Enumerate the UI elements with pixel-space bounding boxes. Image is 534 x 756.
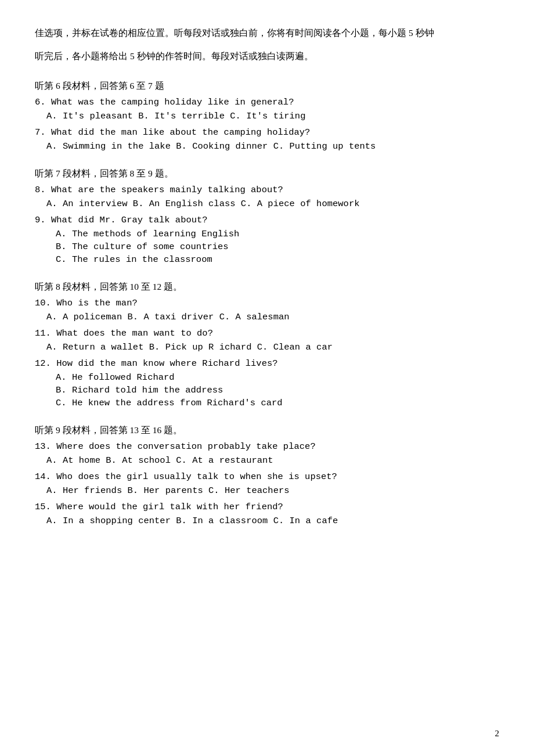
answer-inline-3-1: A. Her friends B. Her parents C. Her tea… — [35, 485, 499, 496]
answer-list-1-1-2: C. The rules in the classroom — [35, 254, 499, 265]
question-text-0-0: 6. What was the camping holiday like in … — [35, 97, 499, 107]
intro-line1: 佳选项，并标在试卷的相应位置。听每段对话或独白前，你将有时间阅读各个小题，每小题… — [35, 23, 499, 43]
question-text-2-0: 10. Who is the man? — [35, 298, 499, 308]
question-text-1-1: 9. What did Mr. Gray talk about? — [35, 215, 499, 225]
question-block-2-0: 10. Who is the man?A. A policeman B. A t… — [35, 298, 499, 322]
answer-list-2-2-1: B. Richard told him the address — [35, 385, 499, 395]
question-text-1-0: 8. What are the speakers mainly talking … — [35, 185, 499, 195]
page-number: 2 — [495, 729, 500, 739]
question-block-1-1: 9. What did Mr. Gray talk about?A. The m… — [35, 215, 499, 265]
answer-inline-0-0: A. It's pleasant B. It's terrible C. It'… — [35, 111, 499, 121]
answer-list-1-1-0: A. The methods of learning English — [35, 229, 499, 239]
question-text-3-0: 13. Where does the conversation probably… — [35, 441, 499, 452]
question-block-0-0: 6. What was the camping holiday like in … — [35, 97, 499, 121]
answer-inline-2-1: A. Return a wallet B. Pick up R ichard C… — [35, 342, 499, 352]
question-text-0-1: 7. What did the man like about the campi… — [35, 127, 499, 138]
section-header-3: 听第 9 段材料，回答第 13 至 16 题。 — [35, 424, 499, 437]
section-header-0: 听第 6 段材料，回答第 6 至 7 题 — [35, 80, 499, 92]
question-block-1-0: 8. What are the speakers mainly talking … — [35, 185, 499, 209]
answer-list-2-2-0: A. He followed Richard — [35, 372, 499, 383]
question-text-2-2: 12. How did the man know where Richard l… — [35, 358, 499, 369]
question-block-2-2: 12. How did the man know where Richard l… — [35, 358, 499, 408]
intro-line2: 听完后，各小题将给出 5 秒钟的作答时间。每段对话或独白读两遍。 — [35, 46, 499, 66]
answer-list-2-2-2: C. He knew the address from Richard's ca… — [35, 398, 499, 408]
answer-inline-1-0: A. An interview B. An English class C. A… — [35, 199, 499, 209]
answer-inline-3-0: A. At home B. At school C. At a restaura… — [35, 455, 499, 466]
question-block-3-2: 15. Where would the girl talk with her f… — [35, 502, 499, 526]
question-text-3-1: 14. Who does the girl usually talk to wh… — [35, 471, 499, 482]
question-text-3-2: 15. Where would the girl talk with her f… — [35, 502, 499, 512]
section-header-2: 听第 8 段材料，回答第 10 至 12 题。 — [35, 281, 499, 293]
question-block-2-1: 11. What does the man want to do?A. Retu… — [35, 328, 499, 352]
answer-inline-0-1: A. Swimming in the lake B. Cooking dinne… — [35, 141, 499, 152]
answer-inline-2-0: A. A policeman B. A taxi driver C. A sal… — [35, 312, 499, 322]
answer-inline-3-2: A. In a shopping center B. In a classroo… — [35, 516, 499, 526]
question-block-3-0: 13. Where does the conversation probably… — [35, 441, 499, 466]
question-block-0-1: 7. What did the man like about the campi… — [35, 127, 499, 152]
section-header-1: 听第 7 段材料，回答第 8 至 9 题。 — [35, 168, 499, 180]
question-block-3-1: 14. Who does the girl usually talk to wh… — [35, 471, 499, 496]
question-text-2-1: 11. What does the man want to do? — [35, 328, 499, 339]
answer-list-1-1-1: B. The culture of some countries — [35, 242, 499, 252]
